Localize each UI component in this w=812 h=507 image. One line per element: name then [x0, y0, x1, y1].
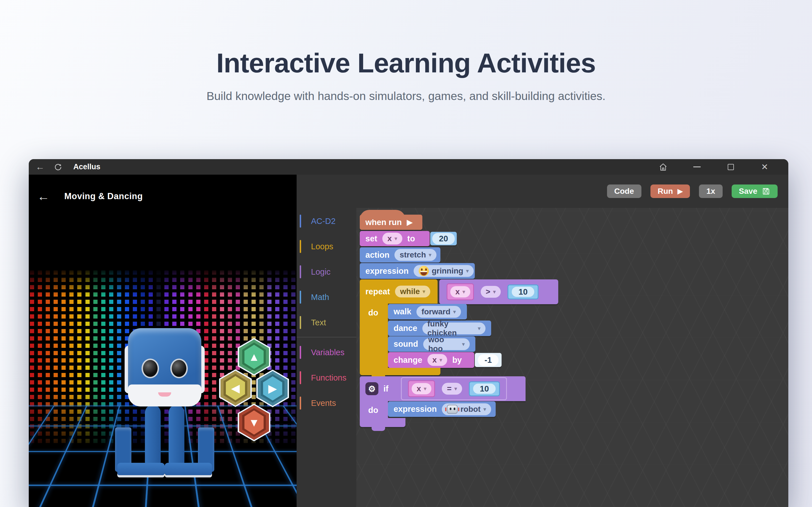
panel-back-icon[interactable]: ← [37, 190, 50, 203]
speed-button[interactable]: 1x [699, 184, 722, 198]
robot-leg-right [168, 405, 185, 469]
sidebar-item-ac-d2[interactable]: AC-D2 [297, 209, 356, 234]
change-keyword: change [394, 355, 422, 365]
sidebar-item-variables[interactable]: Variables [297, 340, 356, 365]
sidebar-item-logic[interactable]: Logic [297, 259, 356, 284]
walk-dropdown[interactable]: forward ▾ [416, 306, 461, 318]
block-if-condition[interactable]: x ▾ = ▾ 10 [401, 377, 507, 400]
action-keyword: action [365, 250, 389, 260]
variable-dropdown[interactable]: x ▾ [382, 233, 402, 244]
sidebar-item-math[interactable]: Math [297, 284, 356, 310]
to-label: to [407, 234, 415, 243]
operator: > [486, 287, 490, 296]
category-label: Math [311, 293, 329, 302]
save-button[interactable]: Save [732, 184, 777, 198]
robot-emoji-icon [447, 405, 458, 414]
variable-dropdown[interactable]: x ▾ [412, 383, 432, 394]
expression-dropdown[interactable]: grinning ▾ [414, 265, 474, 277]
expression-keyword: expression [365, 267, 409, 276]
action-dropdown[interactable]: stretch ▾ [395, 249, 436, 261]
sidebar-item-events[interactable]: Events [297, 390, 356, 416]
sound-value: woo hoo [428, 335, 459, 353]
up-direction-button[interactable]: ▲ [238, 338, 270, 376]
category-color-bar [300, 215, 301, 228]
sidebar-item-functions[interactable]: Functions [297, 365, 356, 390]
block-number-neg1[interactable]: -1 [475, 353, 502, 367]
block-if[interactable]: ⚙ if x ▾ = ▾ [360, 376, 525, 401]
block-walk[interactable]: walk forward ▾ [388, 304, 467, 320]
block-sound[interactable]: sound woo hoo ▾ [388, 336, 475, 352]
do-label: do [368, 308, 378, 317]
close-icon[interactable]: ✕ [756, 162, 774, 172]
walk-keyword: walk [394, 307, 411, 316]
minimize-icon[interactable] [688, 166, 706, 167]
expression-dropdown[interactable]: robot ▾ [442, 403, 491, 415]
block-repeat[interactable]: repeat while ▾ [360, 279, 438, 304]
block-set-variable[interactable]: set x ▾ to [360, 231, 430, 246]
block-change-variable[interactable]: change x ▾ by [388, 352, 474, 368]
condition-variable-block[interactable]: x ▾ [447, 283, 474, 300]
down-direction-button[interactable]: ▼ [238, 404, 270, 441]
refresh-icon[interactable] [49, 163, 67, 171]
block-when-run[interactable]: when run ▶ [360, 215, 422, 230]
block-expression-robot[interactable]: expression robot ▾ [388, 401, 496, 417]
condition-number-block[interactable]: 10 [507, 284, 539, 299]
block-number-20[interactable]: 20 [430, 232, 457, 245]
sound-dropdown[interactable]: woo hoo ▾ [423, 338, 470, 350]
floppy-icon [762, 187, 770, 195]
home-icon[interactable] [654, 163, 672, 172]
category-label: Text [311, 318, 326, 327]
up-arrow-icon: ▲ [248, 351, 260, 363]
back-icon[interactable]: ← [31, 162, 49, 172]
condition-number-block[interactable]: 10 [469, 381, 500, 396]
sidebar-divider [297, 337, 356, 337]
category-label: AC-D2 [311, 217, 336, 226]
category-label: Loops [311, 242, 333, 251]
chevron-down-icon: ▾ [484, 406, 486, 412]
operator-dropdown[interactable]: = ▾ [442, 383, 462, 395]
block-workspace[interactable]: when run ▶ set x ▾ to 20 [356, 208, 788, 507]
maximize-icon[interactable] [722, 164, 740, 170]
operator-dropdown[interactable]: > ▾ [481, 286, 501, 298]
gear-icon[interactable]: ⚙ [365, 382, 378, 395]
chevron-down-icon: ▾ [423, 288, 425, 295]
when-run-label: when run [365, 218, 402, 227]
variable-dropdown[interactable]: x ▾ [450, 286, 470, 297]
chevron-down-icon: ▾ [466, 268, 469, 274]
direction-pad: ▲◀▶▼ [219, 332, 297, 459]
number-value: -1 [478, 354, 499, 366]
dance-dropdown[interactable]: funky chicken ▾ [422, 323, 486, 334]
category-color-bar [300, 316, 301, 329]
right-direction-button[interactable]: ▶ [256, 370, 289, 407]
chevron-down-icon: ▾ [440, 357, 442, 363]
left-arrow-icon: ◀ [231, 382, 240, 395]
category-label: Logic [311, 267, 331, 277]
block-dance[interactable]: dance funky chicken ▾ [388, 321, 491, 336]
variable-dropdown[interactable]: x ▾ [427, 354, 448, 366]
by-label: by [452, 355, 462, 365]
sidebar-item-loops[interactable]: Loops [297, 234, 356, 259]
category-label: Functions [311, 373, 347, 383]
simulator-panel: ← Moving & Dancing [29, 175, 297, 507]
block-action[interactable]: action stretch ▾ [360, 247, 441, 263]
block-repeat-condition[interactable]: x ▾ > ▾ 10 [439, 279, 558, 304]
category-color-bar [300, 346, 301, 359]
activity-title: Moving & Dancing [64, 191, 143, 202]
chevron-down-icon: ▾ [429, 252, 432, 258]
block-expression[interactable]: expression grinning ▾ [360, 263, 475, 279]
left-direction-button[interactable]: ◀ [219, 369, 252, 407]
run-button[interactable]: Run ▶ [651, 184, 690, 198]
repeat-mode-dropdown[interactable]: while ▾ [395, 286, 430, 297]
app-name: Acellus [73, 163, 100, 171]
page-subtitle: Build knowledge with hands-on simulators… [0, 90, 812, 103]
category-color-bar [300, 371, 301, 384]
code-button[interactable]: Code [607, 184, 642, 198]
sidebar-item-text[interactable]: Text [297, 310, 356, 335]
number-value: 20 [432, 233, 455, 244]
robot-eye-left [142, 358, 159, 378]
if-foot [360, 418, 405, 427]
walk-value: forward [421, 307, 451, 316]
category-color-bar [300, 291, 301, 304]
repeat-foot [360, 368, 441, 375]
condition-variable-block[interactable]: x ▾ [408, 380, 435, 397]
